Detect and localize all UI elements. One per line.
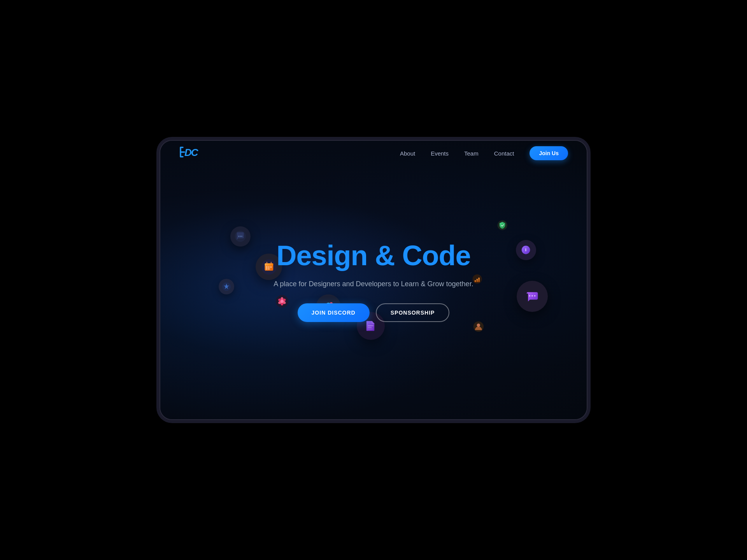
hero-title: Design & Code <box>237 241 510 271</box>
join-us-button[interactable]: Join Us <box>530 146 568 160</box>
logo-text: DC <box>179 145 202 162</box>
svg-text:DC: DC <box>184 147 199 158</box>
purple-chat-icon <box>517 281 548 312</box>
svg-point-36 <box>531 295 533 297</box>
sponsorship-button[interactable]: SPONSORSHIP <box>376 303 450 322</box>
svg-text:i: i <box>526 248 527 252</box>
svg-point-37 <box>534 295 536 297</box>
svg-point-2 <box>238 236 240 237</box>
svg-point-43 <box>477 324 480 327</box>
star-blue-icon <box>219 279 234 294</box>
svg-point-35 <box>529 295 531 297</box>
logo: DC <box>179 145 202 162</box>
screen: DC About Events Team Contact Join Us Des… <box>160 141 587 419</box>
nav-links: About Events Team Contact Join Us <box>400 146 568 160</box>
navbar: DC About Events Team Contact Join Us <box>160 141 587 166</box>
hero-buttons: JOIN DISCORD SPONSORSHIP <box>237 303 510 322</box>
green-shield-icon <box>494 217 511 234</box>
join-discord-button[interactable]: JOIN DISCORD <box>298 303 370 322</box>
nav-events[interactable]: Events <box>431 150 449 157</box>
hero-section: Design & Code A place for Designers and … <box>237 241 510 322</box>
nav-team[interactable]: Team <box>464 150 479 157</box>
nav-contact[interactable]: Contact <box>494 150 514 157</box>
device-frame: DC About Events Team Contact Join Us Des… <box>160 140 587 420</box>
nav-about[interactable]: About <box>400 150 415 157</box>
purple-info-icon: i <box>516 240 536 260</box>
svg-point-3 <box>240 236 241 237</box>
svg-point-4 <box>242 236 243 237</box>
hero-subtitle: A place for Designers and Developers to … <box>237 278 510 290</box>
